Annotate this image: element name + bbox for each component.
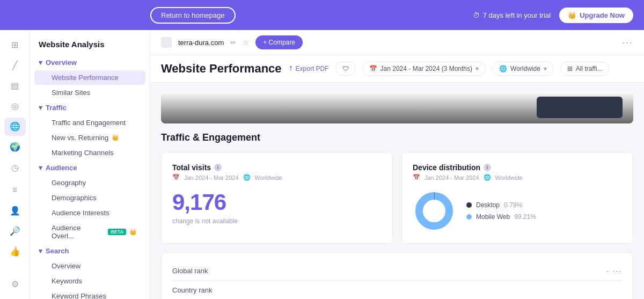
nav-item-new-returning-row: New vs. Returning 👑 [52, 134, 137, 142]
globe-filter-icon: 🌐 [499, 65, 507, 72]
device-distribution-title: Device distribution i [413, 163, 622, 172]
page-title: Website Performance [161, 62, 282, 76]
total-visits-title: Total visits i [172, 163, 382, 172]
nav-item-audience-overl-label: Audience Overl... [52, 224, 105, 240]
chevron-down-icon-4: ▾ [39, 247, 42, 255]
sidebar-icon-settings[interactable]: ⚙ [4, 275, 26, 294]
beta-badge: BETA [108, 229, 126, 235]
calendar-device-icon: 📅 [413, 174, 420, 181]
total-visits-meta: 📅 Jan 2024 - Mar 2024 🌐 Worldwide [172, 174, 382, 181]
compare-button[interactable]: + Compare [255, 35, 303, 49]
sidebar-icon-person[interactable]: 👤 [4, 201, 26, 220]
nav-item-new-returning[interactable]: New vs. Returning 👑 [34, 130, 145, 145]
total-visits-date: Jan 2024 - Mar 2024 [184, 174, 239, 181]
nav-section-overview[interactable]: ▾ Overview [30, 55, 150, 70]
export-pdf-button[interactable]: ⤒ Export PDF [288, 65, 329, 72]
content-area: terra-dura.com ✏ ☆ + Compare ··· Website… [150, 30, 644, 299]
sidebar-icon-chart[interactable]: ╱ [4, 56, 26, 74]
sidebar-icon-magnify[interactable]: 🔎 [4, 222, 26, 240]
nav-item-keyword-phrases[interactable]: Keyword Phrases [34, 289, 145, 299]
crown-icon-new-returning: 👑 [112, 134, 119, 141]
desktop-label: Desktop [476, 201, 500, 209]
device-distribution-card: Device distribution i 📅 Jan 2024 - Mar 2… [401, 152, 633, 244]
device-distribution-info-icon[interactable]: i [484, 164, 491, 171]
chevron-down-geo: ▾ [544, 65, 547, 72]
country-rank-row: Country rank [172, 281, 622, 299]
sidebar-icon-globe[interactable]: 🌐 [4, 118, 26, 136]
sidebar-icon-bar[interactable]: ▤ [4, 76, 26, 94]
nav-item-audience-overl[interactable]: Audience Overl... BETA 👑 [34, 221, 145, 243]
more-options-button[interactable]: ··· [622, 37, 633, 48]
device-chart-area: Desktop 0.79% Mobile Web 99.21% [413, 189, 622, 232]
nav-item-geography[interactable]: Geography [34, 176, 145, 190]
upgrade-now-button[interactable]: 👑 Upgrade Now [559, 8, 633, 23]
desktop-value: 0.79% [504, 201, 522, 209]
blurred-overlay [161, 91, 633, 123]
geo-filter-button[interactable]: 🌐 Worldwide ▾ [492, 62, 554, 76]
sidebar-icon-clock[interactable]: ◷ [4, 158, 26, 177]
total-visits-value: 9,176 [172, 189, 382, 215]
icon-sidebar: ⊞ ╱ ▤ ◎ 🌐 🌍 ◷ ≡ 👤 🔎 👍 ⚙ [0, 30, 30, 299]
total-visits-card: Total visits i 📅 Jan 2024 - Mar 2024 🌐 W… [161, 152, 393, 244]
device-distribution-date: Jan 2024 - Mar 2024 [425, 174, 479, 181]
sidebar-icon-search[interactable]: ◎ [4, 97, 26, 115]
nav-item-audience-interests[interactable]: Audience Interests [34, 206, 145, 220]
chevron-down-icon-2: ▾ [39, 104, 42, 112]
nav-item-audience-overl-row: Audience Overl... BETA 👑 [52, 224, 137, 240]
country-rank-label: Country rank [172, 286, 212, 294]
settings-icon: 🛡 [342, 65, 349, 72]
device-distribution-meta: 📅 Jan 2024 - Mar 2024 🌐 Worldwide [413, 174, 622, 181]
mobile-dot [466, 214, 472, 220]
device-distribution-geo: Worldwide [495, 174, 523, 181]
calendar-icon: 📅 [369, 65, 377, 72]
nav-section-search-label: Search [46, 247, 69, 255]
page-header: Website Performance ⤒ Export PDF 🛡 📅 Jan… [150, 55, 644, 83]
geo-filter-label: Worldwide [510, 65, 540, 72]
rank-dots: ··· [613, 267, 622, 275]
sidebar-icon-globe2[interactable]: 🌍 [4, 138, 26, 156]
return-homepage-button[interactable]: Return to homepage [150, 7, 236, 24]
timer-icon: ⏱ [473, 11, 480, 19]
nav-section-overview-label: Overview [46, 59, 77, 67]
edit-icon[interactable]: ✏ [230, 39, 236, 47]
sidebar-icon-thumb[interactable]: 👍 [4, 243, 26, 261]
rank-card: Global rank - ··· Country rank [161, 252, 633, 299]
crown-icon-audience-overl: 👑 [129, 229, 137, 236]
legend-item-mobile: Mobile Web 99.21% [466, 213, 536, 221]
nav-item-demographics[interactable]: Demographics [34, 191, 145, 205]
calendar-meta-icon: 📅 [172, 174, 180, 181]
nav-section-audience[interactable]: ▾ Audience [30, 161, 150, 175]
nav-item-search-overview[interactable]: Overview [34, 259, 145, 273]
nav-item-website-performance[interactable]: Website Performance [34, 70, 145, 85]
crown-icon: 👑 [568, 11, 576, 19]
desktop-dot [466, 202, 472, 208]
nav-item-traffic-engagement[interactable]: Traffic and Engagement [34, 115, 145, 130]
donut-chart [413, 189, 456, 232]
date-filter-button[interactable]: 📅 Jan 2024 - Mar 2024 (3 Months) ▾ [362, 62, 486, 76]
traffic-filter-button[interactable]: ⊞ All traffi... [560, 62, 610, 76]
blurred-top-card [161, 91, 633, 123]
settings-icon-btn[interactable]: 🛡 [335, 62, 356, 76]
nav-item-keywords[interactable]: Keywords [34, 274, 145, 288]
export-icon: ⤒ [288, 65, 294, 72]
nav-section-audience-label: Audience [46, 164, 77, 172]
rank-dash: - [606, 267, 609, 275]
traffic-section-title: Traffic & Engagement [161, 132, 633, 143]
date-filter-label: Jan 2024 - Mar 2024 (3 Months) [380, 65, 472, 72]
nav-item-similar-sites[interactable]: Similar Sites [34, 85, 145, 100]
main-content: Traffic & Engagement Total visits i 📅 Ja… [150, 83, 644, 299]
sub-header: terra-dura.com ✏ ☆ + Compare ··· [150, 30, 644, 55]
chevron-down-icon-3: ▾ [39, 164, 42, 172]
nav-section-traffic[interactable]: ▾ Traffic [30, 100, 150, 115]
dark-bar [537, 97, 623, 118]
total-visits-info-icon[interactable]: i [214, 164, 222, 171]
star-icon[interactable]: ☆ [243, 39, 249, 47]
nav-title: Website Analysis [30, 35, 150, 55]
nav-item-marketing-channels[interactable]: Marketing Channels [34, 145, 145, 160]
mobile-label: Mobile Web [476, 213, 510, 221]
device-distribution-label: Device distribution [413, 163, 480, 172]
nav-section-traffic-label: Traffic [46, 104, 67, 112]
sidebar-icon-list[interactable]: ≡ [4, 181, 26, 199]
sidebar-icon-dashboard[interactable]: ⊞ [4, 35, 26, 54]
nav-section-search[interactable]: ▾ Search [30, 244, 150, 258]
